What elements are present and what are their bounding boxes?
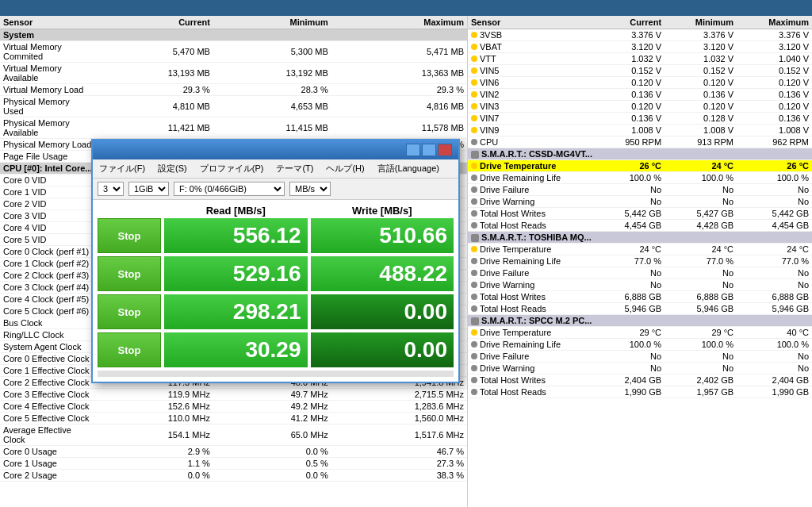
sensor-label: Drive Failure (468, 267, 595, 279)
stop-button-2[interactable]: Stop (98, 256, 161, 291)
sensor-label: VIN2 (468, 89, 595, 101)
minimize-button[interactable] (406, 144, 420, 156)
sensor-icon (471, 175, 477, 181)
cell-maximum: 29.3 % (331, 84, 467, 96)
cell-maximum: 0.136 V (737, 89, 812, 101)
table-row: Drive Temperature26 °C24 °C26 °C (468, 160, 812, 172)
cell-label: Core 5 Clock (perf #6) (0, 305, 95, 317)
cell-label: Core 3 Clock (perf #4) (0, 282, 95, 294)
sensor-label: CPU (468, 136, 595, 148)
cell-maximum: 1,560.0 MHz (331, 413, 467, 424)
left-sensor-panel: Sensor Current Minimum Maximum SystemVir… (0, 16, 468, 507)
menu-item[interactable]: 設定(S) (155, 161, 190, 176)
cell-maximum: 6,888 GB (737, 291, 812, 303)
sensor-label: VTT (468, 53, 595, 65)
cell-maximum: 962 RPM (737, 136, 812, 148)
cell-label: Core 3 Effective Clock (0, 389, 95, 401)
maximize-button[interactable] (422, 144, 436, 156)
cell-label: Core 1 Effective Clock (0, 365, 95, 377)
cell-current: 2,404 GB (595, 374, 665, 386)
drive-select[interactable]: F: 0% (0/466GiB) (174, 182, 285, 196)
menu-item[interactable]: ヘルプ(H) (323, 161, 367, 176)
cell-label: Core 5 Effective Clock (0, 413, 95, 424)
cell-maximum: 1,990 GB (737, 386, 812, 398)
table-row: Physical Memory Used4,810 MB4,653 MB4,81… (0, 96, 467, 117)
sensor-label: Drive Remaining Life (468, 255, 595, 267)
cell-current: 154.1 MHz (95, 424, 213, 446)
section-header: System (0, 29, 467, 41)
cell-minimum: 0.5 % (213, 458, 331, 470)
cell-minimum: 41.2 MHz (213, 413, 331, 424)
cell-minimum: 28.3 % (213, 84, 331, 96)
cell-label: Core 2 Effective Clock (0, 377, 95, 389)
cell-label: System Agent Clock (0, 341, 95, 353)
size-select[interactable]: 1GiB (128, 182, 169, 196)
cell-maximum: 100.0 % (737, 172, 812, 184)
sequential-write-dialog[interactable]: ファイル(F)設定(S)プロファイル(P)テーマ(T)ヘルプ(H)言語(Lang… (91, 139, 460, 383)
col-minimum: Minimum (213, 16, 331, 29)
cell-current: 950 RPM (595, 136, 665, 148)
cell-minimum: 5,427 GB (665, 208, 737, 220)
table-row: VIN50.152 V0.152 V0.152 V (468, 65, 812, 77)
sensor-icon (471, 186, 477, 193)
sensor-icon (471, 305, 477, 312)
cell-current: 1.008 V (595, 125, 665, 136)
cell-current: 13,193 MB (95, 63, 213, 84)
cell-current: 6,888 GB (595, 291, 665, 303)
cell-maximum: 38.3 % (331, 470, 467, 482)
cell-current: No (595, 184, 665, 196)
sensor-icon (471, 389, 477, 395)
dialog-content: Read [MB/s] Write [MB/s] Stop 556.12 510… (93, 200, 458, 382)
sensor-icon (471, 163, 477, 169)
cell-minimum: 6,888 GB (665, 291, 737, 303)
sensor-label: Total Host Reads (468, 303, 595, 315)
sensor-label: Drive Temperature (468, 327, 595, 339)
cell-minimum: No (665, 351, 737, 363)
cell-maximum: No (737, 279, 812, 291)
table-row: Total Host Writes2,404 GB2,402 GB2,404 G… (468, 374, 812, 386)
window-controls[interactable] (406, 144, 452, 156)
cell-maximum: 4,454 GB (737, 220, 812, 232)
col-sensor: Sensor (0, 16, 95, 29)
cell-maximum: 40 °C (737, 327, 812, 339)
sensor-icon (471, 139, 477, 145)
col-headers: Read [MB/s] Write [MB/s] (98, 205, 454, 218)
table-row: Drive Temperature24 °C24 °C24 °C (468, 244, 812, 255)
stop-button-3[interactable]: Stop (98, 294, 161, 329)
cell-maximum: 5,471 MB (331, 41, 467, 63)
table-row: Core 5 Effective Clock110.0 MHz41.2 MHz1… (0, 413, 467, 424)
table-row: VIN30.120 V0.120 V0.120 V (468, 101, 812, 113)
table-row: Total Host Writes5,442 GB5,427 GB5,442 G… (468, 208, 812, 220)
table-row: Drive WarningNoNoNo (468, 363, 812, 374)
cell-maximum: No (737, 184, 812, 196)
sensor-icon (471, 67, 477, 74)
cell-current: 3.376 V (595, 29, 665, 41)
unit-select[interactable]: MB/s (289, 182, 331, 196)
table-row: Total Host Reads5,946 GB5,946 GB5,946 GB (468, 303, 812, 315)
sensor-label: Drive Failure (468, 351, 595, 363)
cell-minimum: 913 RPM (665, 136, 737, 148)
table-row: Total Host Writes6,888 GB6,888 GB6,888 G… (468, 291, 812, 303)
table-row: VIN91.008 V1.008 V1.008 V (468, 125, 812, 136)
menu-item[interactable]: ファイル(F) (96, 161, 148, 176)
menu-item[interactable]: プロファイル(P) (197, 161, 267, 176)
cell-minimum: 1.008 V (665, 125, 737, 136)
sensor-label: Total Host Reads (468, 386, 595, 398)
cell-current: 0.152 V (595, 65, 665, 77)
test-row-2: Stop 529.16 488.22 (98, 256, 454, 291)
cell-label: Core 0 Clock (perf #1) (0, 246, 95, 258)
cell-label: Core 4 Effective Clock (0, 401, 95, 413)
sensor-label: VIN7 (468, 113, 595, 125)
sensor-label: Total Host Writes (468, 374, 595, 386)
table-row: VIN60.120 V0.120 V0.120 V (468, 77, 812, 89)
cell-current: 100.0 % (595, 339, 665, 351)
cell-maximum: 3.120 V (737, 41, 812, 53)
stop-button-1[interactable]: Stop (98, 218, 161, 253)
stop-button-4[interactable]: Stop (98, 332, 161, 367)
menu-item[interactable]: 言語(Language) (374, 161, 442, 176)
close-button[interactable] (438, 144, 452, 156)
menu-item[interactable]: テーマ(T) (273, 161, 316, 176)
cell-current: 5,470 MB (95, 41, 213, 63)
table-row: VIN20.136 V0.136 V0.136 V (468, 89, 812, 101)
count-select[interactable]: 3 (98, 182, 124, 196)
